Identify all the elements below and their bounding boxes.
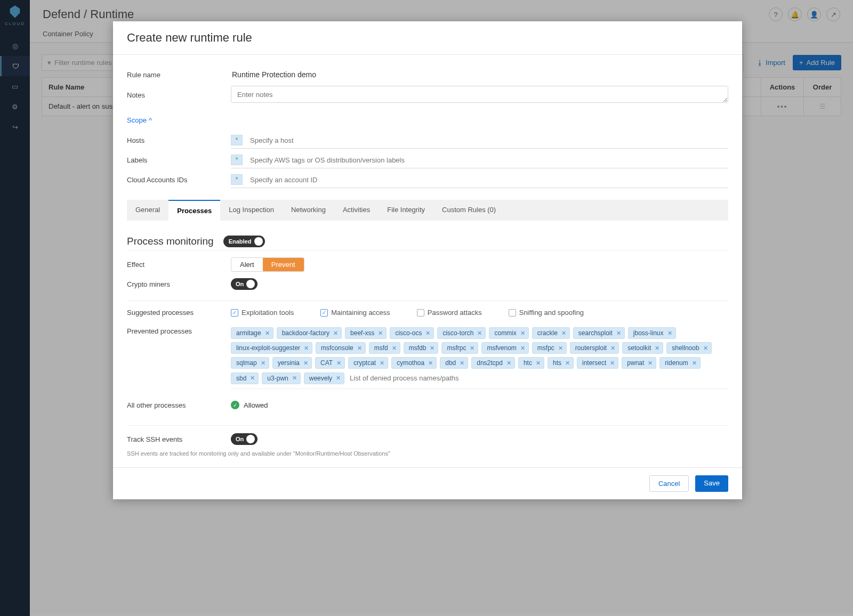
ssh-events-toggle[interactable]: On <box>231 433 257 445</box>
chip-msfvenom: msfvenom✕ <box>481 342 528 354</box>
chip-label: u3-pwn <box>267 375 288 382</box>
labels-input[interactable] <box>250 156 728 164</box>
chip-msfrpc: msfrpc✕ <box>441 342 478 354</box>
checkbox-label: Maintaining access <box>331 309 390 317</box>
wildcard-icon: * <box>231 155 243 165</box>
chip-remove-icon[interactable]: ✕ <box>265 330 270 337</box>
chip-remove-icon[interactable]: ✕ <box>303 360 308 367</box>
ssh-hint: SSH events are tracked for monitoring on… <box>127 450 728 457</box>
chip-remove-icon[interactable]: ✕ <box>460 360 464 367</box>
process-monitoring-toggle[interactable]: Enabled <box>223 236 265 247</box>
chip-CAT: CAT✕ <box>315 357 345 369</box>
chip-remove-icon[interactable]: ✕ <box>357 345 362 352</box>
cancel-button[interactable]: Cancel <box>649 475 689 492</box>
toggle-knob <box>246 280 255 288</box>
chip-remove-icon[interactable]: ✕ <box>536 360 541 367</box>
save-button[interactable]: Save <box>695 475 728 492</box>
chip-msfpc: msfpc✕ <box>532 342 567 354</box>
wildcard-icon: * <box>231 174 243 185</box>
chip-jboss-linux: jboss-linux✕ <box>628 327 676 339</box>
chip-remove-icon[interactable]: ✕ <box>703 345 708 352</box>
chip-remove-icon[interactable]: ✕ <box>380 360 384 367</box>
checkbox-label: Exploitation tools <box>242 309 294 317</box>
cloud-accounts-input[interactable] <box>250 176 728 184</box>
chip-remove-icon[interactable]: ✕ <box>304 345 309 352</box>
chip-remove-icon[interactable]: ✕ <box>558 345 563 352</box>
chip-remove-icon[interactable]: ✕ <box>392 345 397 352</box>
chip-cymothoa: cymothoa✕ <box>391 357 437 369</box>
chip-remove-icon[interactable]: ✕ <box>261 360 265 367</box>
tab-log-inspection[interactable]: Log Inspection <box>220 200 283 221</box>
checkbox-maintaining-access[interactable]: ✓Maintaining access <box>320 309 390 317</box>
tab-bar: GeneralProcessesLog InspectionNetworking… <box>127 200 728 221</box>
chip-remove-icon[interactable]: ✕ <box>428 360 433 367</box>
chip-remove-icon[interactable]: ✕ <box>561 330 566 337</box>
crypto-miners-toggle[interactable]: On <box>231 278 257 290</box>
rule-name-input[interactable] <box>231 68 728 81</box>
tab-general[interactable]: General <box>127 200 168 221</box>
chip-remove-icon[interactable]: ✕ <box>520 330 525 337</box>
chip-label: cisco-ocs <box>395 329 422 337</box>
effect-label: Effect <box>127 261 231 269</box>
effect-prevent[interactable]: Prevent <box>263 258 304 271</box>
chip-label: backdoor-factory <box>282 329 329 337</box>
effect-alert[interactable]: Alert <box>231 258 263 271</box>
chip-remove-icon[interactable]: ✕ <box>477 330 482 337</box>
chip-label: cymothoa <box>397 359 424 367</box>
chip-dns2tcpd: dns2tcpd✕ <box>471 357 515 369</box>
modal-title: Create new runtime rule <box>113 21 742 55</box>
tab-activities[interactable]: Activities <box>334 200 379 221</box>
suggested-processes-label: Suggested processes <box>127 309 231 317</box>
ssh-events-label: Track SSH events <box>127 435 231 443</box>
checkbox-label: Sniffing and spoofing <box>519 309 584 317</box>
chip-remove-icon[interactable]: ✕ <box>616 330 621 337</box>
chip-intersect: intersect✕ <box>577 357 618 369</box>
prevented-processes-label: Prevented processes <box>127 327 231 335</box>
tab-custom-rules-0-[interactable]: Custom Rules (0) <box>433 200 504 221</box>
tab-processes[interactable]: Processes <box>168 200 220 221</box>
chip-label: intersect <box>582 359 606 367</box>
prevented-processes-input[interactable] <box>348 372 728 384</box>
chip-remove-icon[interactable]: ✕ <box>250 375 255 382</box>
chip-remove-icon[interactable]: ✕ <box>333 330 338 337</box>
scope-toggle[interactable]: Scope ^ <box>127 116 152 124</box>
check-icon: ✓ <box>231 401 239 409</box>
notes-input[interactable] <box>231 86 728 103</box>
chip-label: dbd <box>445 359 456 367</box>
chip-remove-icon[interactable]: ✕ <box>470 345 474 352</box>
chip-remove-icon[interactable]: ✕ <box>610 345 615 352</box>
scope-label-text: Scope <box>127 116 147 124</box>
chip-cisco-torch: cisco-torch✕ <box>437 327 486 339</box>
chip-cryptcat: cryptcat✕ <box>348 357 388 369</box>
chip-htc: htc✕ <box>518 357 544 369</box>
chip-remove-icon[interactable]: ✕ <box>520 345 525 352</box>
chip-remove-icon[interactable]: ✕ <box>565 360 570 367</box>
create-rule-modal: Create new runtime rule Rule name Notes … <box>113 21 742 499</box>
checkbox-sniffing-and-spoofing[interactable]: Sniffing and spoofing <box>509 309 584 317</box>
chip-remove-icon[interactable]: ✕ <box>378 330 383 337</box>
tab-networking[interactable]: Networking <box>283 200 334 221</box>
chip-remove-icon[interactable]: ✕ <box>292 375 297 382</box>
chip-label: armitage <box>236 329 261 337</box>
chip-remove-icon[interactable]: ✕ <box>692 360 697 367</box>
hosts-input[interactable] <box>250 136 728 144</box>
tab-file-integrity[interactable]: File Integrity <box>379 200 433 221</box>
chip-remove-icon[interactable]: ✕ <box>506 360 511 367</box>
checkbox-box: ✓ <box>320 309 328 317</box>
chip-u3-pwn: u3-pwn✕ <box>262 372 300 384</box>
chip-searchsploit: searchsploit✕ <box>573 327 625 339</box>
chip-remove-icon[interactable]: ✕ <box>610 360 615 367</box>
chip-remove-icon[interactable]: ✕ <box>430 345 434 352</box>
chip-ridenum: ridenum✕ <box>659 357 700 369</box>
checkbox-exploitation-tools[interactable]: ✓Exploitation tools <box>231 309 294 317</box>
chip-shellnoob: shellnoob✕ <box>666 342 711 354</box>
chip-remove-icon[interactable]: ✕ <box>655 345 659 352</box>
toggle-knob <box>254 237 263 246</box>
chip-remove-icon[interactable]: ✕ <box>425 330 430 337</box>
checkbox-password-attacks[interactable]: Password attacks <box>417 309 482 317</box>
chip-remove-icon[interactable]: ✕ <box>336 375 341 382</box>
chip-remove-icon[interactable]: ✕ <box>648 360 653 367</box>
chip-remove-icon[interactable]: ✕ <box>667 330 672 337</box>
chip-remove-icon[interactable]: ✕ <box>336 360 341 367</box>
chip-commix: commix✕ <box>489 327 528 339</box>
